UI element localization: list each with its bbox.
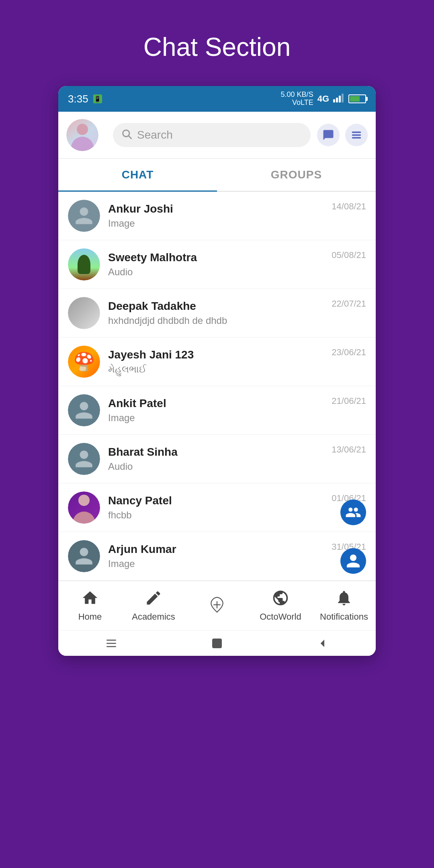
- nav-octoworld-label: OctoWorld: [260, 612, 301, 622]
- svg-rect-8: [352, 137, 361, 139]
- status-bar: 3:35 📱 5.00 KB/S VoLTE 4G: [58, 86, 376, 112]
- group-badge: [340, 500, 366, 525]
- avatar-ankur: [68, 200, 100, 232]
- chat-name: Ankit Patel: [108, 397, 366, 410]
- nav-octoworld[interactable]: OctoWorld: [249, 588, 312, 622]
- chat-preview: Audio: [108, 461, 366, 472]
- svg-marker-15: [321, 639, 324, 647]
- svg-rect-1: [336, 98, 338, 102]
- chat-preview: મેહુલભાઈ: [108, 364, 366, 375]
- nav-notifications-label: Notifications: [320, 612, 368, 622]
- chat-name: Jayesh Jani 123: [108, 348, 366, 361]
- signal-4g: 4G: [317, 94, 329, 104]
- nav-home[interactable]: Home: [58, 588, 122, 622]
- chat-item-deepak[interactable]: Deepak Tadakhe hxhdndjdjd dhdbdh de dhdb…: [58, 289, 376, 338]
- system-nav-bar: [58, 630, 376, 656]
- avatar[interactable]: [66, 119, 98, 151]
- svg-rect-13: [106, 646, 116, 647]
- search-bar[interactable]: Search: [113, 123, 311, 147]
- svg-line-5: [129, 136, 131, 138]
- add-badge-icon: [207, 594, 227, 615]
- header: Search: [58, 112, 376, 159]
- avatar-ankit: [68, 394, 100, 426]
- status-icon: 📱: [93, 94, 102, 103]
- network-speed: 5.00 KB/S VoLTE: [281, 91, 313, 107]
- page-title: Chat Section: [143, 32, 291, 62]
- chat-item-jayesh[interactable]: Jayesh Jani 123 મેહુલભાઈ 23/06/21: [58, 338, 376, 386]
- avatar-jayesh: [68, 346, 100, 378]
- avatar-bharat: [68, 443, 100, 475]
- chat-preview: hxhdndjdjd dhdbdh de dhdb: [108, 315, 366, 326]
- chat-list: Ankur Joshi Image 14/08/21 Sweety Malhot…: [58, 192, 376, 581]
- chat-preview: Image: [108, 218, 366, 229]
- chat-name: Ankur Joshi: [108, 203, 366, 215]
- chat-item-nancy[interactable]: Nancy Patel fhcbb 01/06/21: [58, 483, 376, 532]
- chat-date: 21/06/21: [332, 396, 366, 406]
- nav-academics[interactable]: Academics: [122, 588, 185, 622]
- nav-home-label: Home: [78, 612, 102, 622]
- bell-icon: [334, 588, 354, 608]
- menu-button[interactable]: [345, 124, 368, 146]
- chat-item-bharat[interactable]: Bharat Sinha Audio 13/06/21: [58, 435, 376, 483]
- chat-preview: fhcbb: [108, 510, 366, 521]
- chat-date: 14/08/21: [332, 201, 366, 212]
- chat-bubble-button[interactable]: [317, 124, 340, 146]
- system-back-button[interactable]: [313, 633, 333, 653]
- svg-rect-0: [333, 99, 335, 102]
- search-placeholder: Search: [137, 129, 173, 141]
- system-menu-button[interactable]: [101, 633, 121, 653]
- tab-groups[interactable]: GROUPS: [217, 159, 376, 191]
- chat-item-arjun[interactable]: Arjun Kumar Image 31/05/21: [58, 532, 376, 581]
- chat-preview: Audio: [108, 266, 366, 278]
- academics-icon: [143, 588, 164, 608]
- search-icon: [121, 128, 132, 142]
- system-home-button[interactable]: [207, 633, 227, 653]
- chat-name: Deepak Tadakhe: [108, 300, 366, 313]
- chat-date: 05/08/21: [332, 250, 366, 260]
- svg-rect-6: [352, 131, 361, 133]
- chat-name: Sweety Malhotra: [108, 251, 366, 264]
- chat-preview: Image: [108, 412, 366, 424]
- avatar-deepak: [68, 297, 100, 329]
- svg-rect-3: [342, 94, 344, 102]
- status-time: 3:35: [68, 93, 88, 105]
- chat-name: Nancy Patel: [108, 494, 366, 507]
- chat-name: Bharat Sinha: [108, 446, 366, 459]
- nav-academics-label: Academics: [132, 612, 175, 622]
- chat-date: 22/07/21: [332, 299, 366, 309]
- battery-icon: [348, 94, 366, 103]
- signal-bars-icon: [333, 94, 344, 104]
- svg-rect-11: [106, 639, 116, 641]
- svg-rect-12: [106, 643, 116, 644]
- globe-icon: [270, 588, 291, 608]
- chat-item-ankit[interactable]: Ankit Patel Image 21/06/21: [58, 386, 376, 435]
- chat-preview: Image: [108, 558, 366, 569]
- svg-rect-2: [339, 96, 341, 102]
- chat-item-sweety[interactable]: Sweety Malhotra Audio 05/08/21: [58, 240, 376, 289]
- nav-add[interactable]: [185, 594, 249, 615]
- avatar-sweety: [68, 248, 100, 280]
- avatar-arjun: [68, 540, 100, 572]
- phone-frame: 3:35 📱 5.00 KB/S VoLTE 4G: [58, 86, 376, 656]
- tab-chat[interactable]: CHAT: [58, 159, 217, 191]
- chat-name: Arjun Kumar: [108, 543, 366, 556]
- nav-notifications[interactable]: Notifications: [312, 588, 376, 622]
- home-icon: [80, 588, 100, 608]
- chat-item-ankur[interactable]: Ankur Joshi Image 14/08/21: [58, 192, 376, 240]
- bottom-nav: Home Academics: [58, 581, 376, 630]
- chat-date: 23/06/21: [332, 347, 366, 358]
- svg-rect-14: [213, 639, 221, 647]
- avatar-nancy: [68, 491, 100, 524]
- user-badge: [340, 548, 366, 574]
- chat-date: 13/06/21: [332, 444, 366, 455]
- svg-rect-7: [352, 134, 361, 136]
- tabs: CHAT GROUPS: [58, 159, 376, 192]
